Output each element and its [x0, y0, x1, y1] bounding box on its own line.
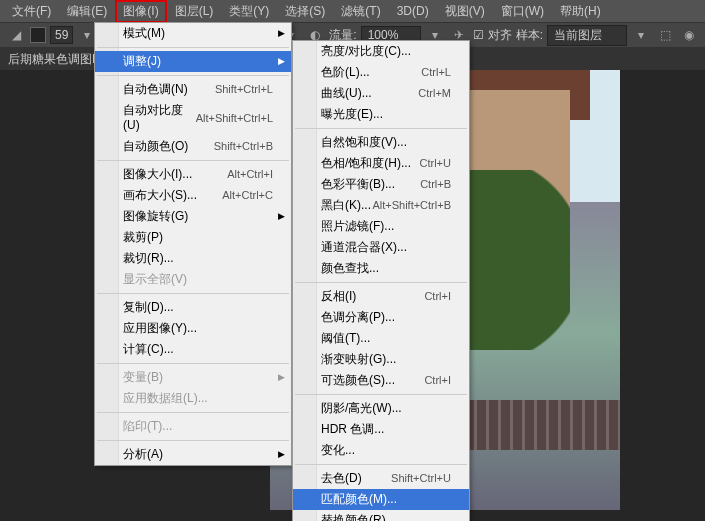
menu-item[interactable]: 通道混合器(X)...	[293, 237, 469, 258]
menubar-item[interactable]: 编辑(E)	[59, 0, 115, 23]
menu-item-label: 曲线(U)...	[321, 86, 372, 101]
submenu-arrow-icon: ▶	[278, 447, 285, 462]
menu-item[interactable]: 色阶(L)...Ctrl+L	[293, 62, 469, 83]
menu-item-label: 自动对比度(U)	[123, 103, 196, 133]
pressure-size-icon[interactable]: ◉	[679, 25, 699, 45]
menu-item[interactable]: 反相(I)Ctrl+I	[293, 286, 469, 307]
menu-separator	[97, 160, 289, 161]
menu-item[interactable]: 渐变映射(G)...	[293, 349, 469, 370]
menu-item[interactable]: 照片滤镜(F)...	[293, 216, 469, 237]
menu-shortcut: Ctrl+L	[421, 65, 451, 80]
menu-item-label: 自动颜色(O)	[123, 139, 188, 154]
dropdown-icon[interactable]: ▾	[631, 25, 651, 45]
menubar-item[interactable]: 窗口(W)	[493, 0, 552, 23]
menubar-item[interactable]: 滤镜(T)	[333, 0, 388, 23]
submenu-arrow-icon: ▶	[278, 370, 285, 385]
menu-separator	[295, 464, 467, 465]
menu-item-label: 可选颜色(S)...	[321, 373, 395, 388]
menu-item: 陷印(T)...	[95, 416, 291, 437]
menubar-item[interactable]: 类型(Y)	[221, 0, 277, 23]
menu-item[interactable]: 曝光度(E)...	[293, 104, 469, 125]
menubar-item[interactable]: 选择(S)	[277, 0, 333, 23]
menu-item[interactable]: 分析(A)▶	[95, 444, 291, 465]
menubar-item[interactable]: 图层(L)	[167, 0, 222, 23]
menu-separator	[295, 282, 467, 283]
menu-item[interactable]: 阴影/高光(W)...	[293, 398, 469, 419]
submenu-arrow-icon: ▶	[278, 54, 285, 69]
menu-item[interactable]: 颜色查找...	[293, 258, 469, 279]
menu-item[interactable]: 黑白(K)...Alt+Shift+Ctrl+B	[293, 195, 469, 216]
menu-item-label: 变量(B)	[123, 370, 163, 385]
menu-item[interactable]: 画布大小(S)...Alt+Ctrl+C	[95, 185, 291, 206]
menu-item: 应用数据组(L)...	[95, 388, 291, 409]
menu-item-label: 裁剪(P)	[123, 230, 163, 245]
menu-shortcut: Shift+Ctrl+L	[215, 82, 273, 97]
menu-item[interactable]: 计算(C)...	[95, 339, 291, 360]
menu-item-label: 应用图像(Y)...	[123, 321, 197, 336]
menu-item[interactable]: 曲线(U)...Ctrl+M	[293, 83, 469, 104]
menu-item[interactable]: 裁剪(P)	[95, 227, 291, 248]
menu-item[interactable]: 复制(D)...	[95, 297, 291, 318]
menu-item[interactable]: 图像大小(I)...Alt+Ctrl+I	[95, 164, 291, 185]
menu-item[interactable]: 亮度/对比度(C)...	[293, 41, 469, 62]
menu-item-label: 画布大小(S)...	[123, 188, 197, 203]
menu-item-label: 分析(A)	[123, 447, 163, 462]
menu-item[interactable]: 应用图像(Y)...	[95, 318, 291, 339]
menu-item-label: 色调分离(P)...	[321, 310, 395, 325]
image-menu: 模式(M)▶调整(J)▶自动色调(N)Shift+Ctrl+L自动对比度(U)A…	[94, 22, 292, 466]
menu-item[interactable]: 去色(D)Shift+Ctrl+U	[293, 468, 469, 489]
menu-separator	[97, 293, 289, 294]
menubar-item[interactable]: 视图(V)	[437, 0, 493, 23]
menu-item[interactable]: 自动色调(N)Shift+Ctrl+L	[95, 79, 291, 100]
menu-item[interactable]: 匹配颜色(M)...	[293, 489, 469, 510]
menu-separator	[97, 75, 289, 76]
submenu-arrow-icon: ▶	[278, 209, 285, 224]
menu-item-label: 曝光度(E)...	[321, 107, 383, 122]
menu-item-label: HDR 色调...	[321, 422, 384, 437]
brush-size[interactable]: 59	[50, 26, 73, 44]
menu-item-label: 色相/饱和度(H)...	[321, 156, 411, 171]
menu-item[interactable]: 阈值(T)...	[293, 328, 469, 349]
menu-item-label: 调整(J)	[123, 54, 161, 69]
menu-shortcut: Ctrl+B	[420, 177, 451, 192]
menu-item[interactable]: 色调分离(P)...	[293, 307, 469, 328]
settings-icon[interactable]: ⬚	[655, 25, 675, 45]
menu-item-label: 应用数据组(L)...	[123, 391, 208, 406]
menu-item[interactable]: 色彩平衡(B)...Ctrl+B	[293, 174, 469, 195]
menu-item-label: 陷印(T)...	[123, 419, 172, 434]
menu-shortcut: Shift+Ctrl+U	[391, 471, 451, 486]
menu-item[interactable]: 裁切(R)...	[95, 248, 291, 269]
menu-shortcut: Ctrl+I	[424, 289, 451, 304]
menu-item[interactable]: 调整(J)▶	[95, 51, 291, 72]
swatch[interactable]	[30, 27, 46, 43]
menu-item[interactable]: HDR 色调...	[293, 419, 469, 440]
menu-item-label: 模式(M)	[123, 26, 165, 41]
menu-item-label: 阴影/高光(W)...	[321, 401, 402, 416]
menu-item[interactable]: 自动对比度(U)Alt+Shift+Ctrl+L	[95, 100, 291, 136]
menubar-item[interactable]: 帮助(H)	[552, 0, 609, 23]
menubar-item[interactable]: 图像(I)	[115, 0, 166, 23]
menubar-item[interactable]: 3D(D)	[389, 1, 437, 21]
menu-item-label: 渐变映射(G)...	[321, 352, 396, 367]
align-label[interactable]: 对齐	[488, 27, 512, 44]
menu-item[interactable]: 图像旋转(G)▶	[95, 206, 291, 227]
menu-separator	[97, 47, 289, 48]
menu-item-label: 图像大小(I)...	[123, 167, 192, 182]
menu-item[interactable]: 自动颜色(O)Shift+Ctrl+B	[95, 136, 291, 157]
menu-shortcut: Shift+Ctrl+B	[214, 139, 273, 154]
menu-item-label: 自动色调(N)	[123, 82, 188, 97]
menu-item[interactable]: 替换颜色(R)...	[293, 510, 469, 521]
menu-item-label: 亮度/对比度(C)...	[321, 44, 411, 59]
menu-item[interactable]: 模式(M)▶	[95, 23, 291, 44]
menu-shortcut: Alt+Ctrl+C	[222, 188, 273, 203]
menu-shortcut: Alt+Shift+Ctrl+B	[372, 198, 451, 213]
menu-item[interactable]: 色相/饱和度(H)...Ctrl+U	[293, 153, 469, 174]
menu-item[interactable]: 可选颜色(S)...Ctrl+I	[293, 370, 469, 391]
menu-item-label: 颜色查找...	[321, 261, 379, 276]
menubar-item[interactable]: 文件(F)	[4, 0, 59, 23]
menu-item[interactable]: 自然饱和度(V)...	[293, 132, 469, 153]
menu-separator	[97, 440, 289, 441]
sample-dropdown[interactable]: 当前图层	[547, 25, 627, 46]
menu-item-label: 替换颜色(R)...	[321, 513, 396, 521]
menu-item[interactable]: 变化...	[293, 440, 469, 461]
